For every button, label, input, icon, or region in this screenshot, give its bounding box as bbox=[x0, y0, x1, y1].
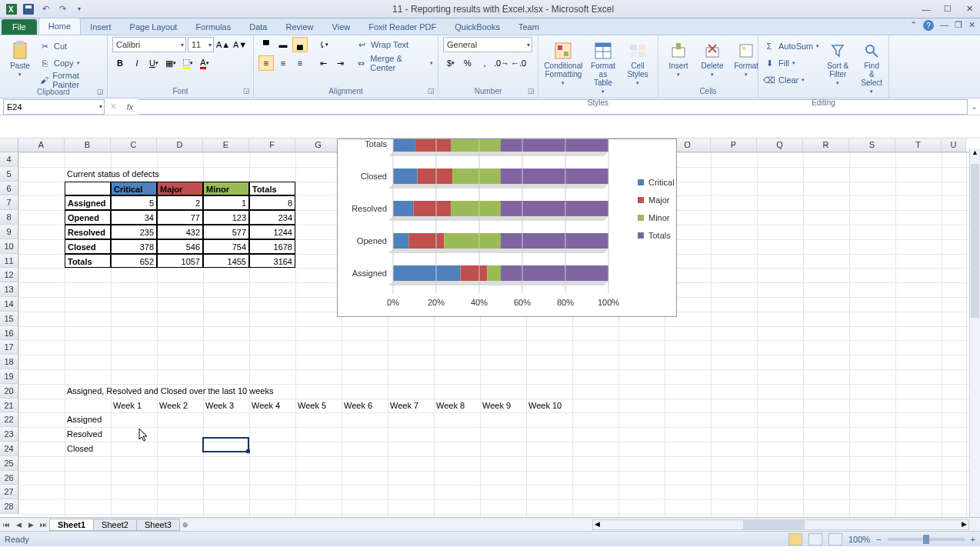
redo-icon[interactable]: ↷ bbox=[55, 2, 69, 16]
row-header-10[interactable]: 10 bbox=[0, 239, 18, 254]
align-left-icon[interactable]: ≡ bbox=[258, 55, 274, 71]
col-header-Q[interactable]: Q bbox=[757, 138, 803, 152]
cell-D10[interactable]: 546 bbox=[157, 239, 203, 254]
row-header-14[interactable]: 14 bbox=[0, 297, 18, 312]
row-header-28[interactable]: 28 bbox=[0, 499, 18, 514]
number-dialog-launcher[interactable]: ◲ bbox=[528, 87, 535, 95]
defect-chart[interactable]: TotalsClosedResolvedOpenedAssigned0%20%4… bbox=[337, 138, 677, 317]
percent-format-icon[interactable]: % bbox=[460, 55, 475, 71]
merge-center-button[interactable]: ⇔Merge & Center▾ bbox=[355, 55, 433, 71]
cell-B24[interactable]: Closed bbox=[65, 442, 111, 456]
cell-D11[interactable]: 1057 bbox=[157, 254, 203, 269]
col-header-T[interactable]: T bbox=[895, 138, 942, 152]
paste-button[interactable]: Paste▾ bbox=[5, 37, 35, 82]
zoom-in-button[interactable]: + bbox=[971, 535, 975, 544]
zoom-out-button[interactable]: − bbox=[876, 535, 881, 544]
cell-C21[interactable]: Week 1 bbox=[111, 399, 157, 413]
cell-B20[interactable]: Assigned, Resolved and Closed over the l… bbox=[65, 384, 388, 399]
bold-button[interactable]: B bbox=[112, 55, 128, 71]
cell-D9[interactable]: 432 bbox=[157, 225, 203, 239]
clipboard-dialog-launcher[interactable]: ◲ bbox=[97, 88, 104, 95]
clear-button[interactable]: ⌫Clear▾ bbox=[763, 72, 819, 88]
home-tab[interactable]: Home bbox=[38, 18, 81, 35]
decrease-decimal-icon[interactable]: ←.0 bbox=[511, 55, 526, 71]
normal-view-button[interactable] bbox=[788, 533, 802, 546]
cell-B8[interactable]: Opened bbox=[65, 210, 111, 225]
help-icon[interactable]: ? bbox=[923, 20, 934, 31]
foxit-tab[interactable]: Foxit Reader PDF bbox=[359, 19, 445, 35]
team-tab[interactable]: Team bbox=[509, 19, 548, 35]
row-header-7[interactable]: 7 bbox=[0, 195, 18, 210]
workbook-minimize-icon[interactable]: — bbox=[940, 20, 948, 31]
row-header-9[interactable]: 9 bbox=[0, 225, 18, 239]
row-header-12[interactable]: 12 bbox=[0, 268, 18, 282]
workbook-restore-icon[interactable]: ❐ bbox=[955, 20, 962, 31]
expand-formula-bar-icon[interactable]: ⌄ bbox=[968, 102, 980, 112]
underline-button[interactable]: U▾ bbox=[146, 55, 162, 71]
view-tab[interactable]: View bbox=[323, 19, 360, 35]
cell-E8[interactable]: 123 bbox=[203, 210, 249, 225]
row-header-25[interactable]: 25 bbox=[0, 456, 18, 471]
col-header-C[interactable]: C bbox=[111, 138, 157, 152]
row-header-4[interactable]: 4 bbox=[0, 152, 18, 167]
new-sheet-button[interactable]: ⊕ bbox=[179, 521, 192, 529]
qat-dropdown-icon[interactable]: ▾ bbox=[72, 2, 86, 16]
name-box[interactable]: E24 bbox=[3, 99, 105, 115]
font-name-combo[interactable]: Calibri bbox=[112, 37, 186, 52]
review-tab[interactable]: Review bbox=[276, 19, 322, 35]
font-size-combo[interactable]: 11 bbox=[188, 37, 214, 52]
data-tab[interactable]: Data bbox=[240, 19, 276, 35]
cell-I21[interactable]: Week 7 bbox=[388, 399, 434, 413]
align-bottom-icon[interactable]: ▄ bbox=[292, 37, 308, 52]
cell-C10[interactable]: 378 bbox=[111, 239, 157, 254]
align-right-icon[interactable]: ≡ bbox=[292, 55, 308, 71]
row-header-21[interactable]: 21 bbox=[0, 399, 18, 413]
row-header-5[interactable]: 5 bbox=[0, 167, 18, 182]
row-header-22[interactable]: 22 bbox=[0, 412, 18, 427]
zoom-slider[interactable] bbox=[888, 538, 965, 541]
cell-L21[interactable]: Week 10 bbox=[526, 399, 572, 413]
number-format-combo[interactable]: General bbox=[443, 37, 532, 52]
horizontal-scrollbar[interactable]: ◀▶ bbox=[592, 519, 969, 530]
row-header-11[interactable]: 11 bbox=[0, 254, 18, 269]
cell-F6[interactable]: Totals bbox=[249, 182, 295, 196]
sheet-tab-3[interactable]: Sheet3 bbox=[136, 519, 180, 531]
row-header-24[interactable]: 24 bbox=[0, 442, 18, 456]
cell-B23[interactable]: Resolved bbox=[65, 427, 111, 442]
cell-D6[interactable]: Major bbox=[157, 182, 203, 196]
col-header-F[interactable]: F bbox=[249, 138, 295, 152]
cell-D8[interactable]: 77 bbox=[157, 210, 203, 225]
col-header-A[interactable]: A bbox=[18, 138, 65, 152]
decrease-indent-icon[interactable]: ⇤ bbox=[315, 55, 331, 71]
increase-indent-icon[interactable]: ⇥ bbox=[332, 55, 348, 71]
minimize-button[interactable]: — bbox=[915, 2, 937, 17]
increase-decimal-icon[interactable]: .0→ bbox=[494, 55, 509, 71]
autosum-button[interactable]: ΣAutoSum▾ bbox=[763, 38, 819, 54]
cell-F7[interactable]: 8 bbox=[249, 195, 295, 210]
sheet-nav-prev[interactable]: ◀ bbox=[12, 521, 25, 529]
cell-F10[interactable]: 1678 bbox=[249, 239, 295, 254]
cell-F9[interactable]: 1244 bbox=[249, 225, 295, 239]
cell-E7[interactable]: 1 bbox=[203, 195, 249, 210]
cell-F11[interactable]: 3164 bbox=[249, 254, 295, 269]
cell-C9[interactable]: 235 bbox=[111, 225, 157, 239]
col-header-P[interactable]: P bbox=[711, 138, 757, 152]
cell-B11[interactable]: Totals bbox=[65, 254, 111, 269]
cell-B22[interactable]: Assigned bbox=[65, 412, 111, 427]
col-header-S[interactable]: S bbox=[849, 138, 895, 152]
cell-F21[interactable]: Week 4 bbox=[249, 399, 295, 413]
comma-format-icon[interactable]: , bbox=[477, 55, 492, 71]
cell-H21[interactable]: Week 6 bbox=[342, 399, 388, 413]
vertical-scrollbar[interactable]: ▲▼ bbox=[969, 149, 980, 527]
file-tab[interactable]: File bbox=[2, 19, 37, 35]
accounting-format-icon[interactable]: $▾ bbox=[443, 55, 458, 71]
cell-D21[interactable]: Week 2 bbox=[157, 399, 203, 413]
cell-E9[interactable]: 577 bbox=[203, 225, 249, 239]
shrink-font-icon[interactable]: A▼ bbox=[232, 37, 248, 52]
row-header-6[interactable]: 6 bbox=[0, 182, 18, 196]
align-middle-icon[interactable]: ▬ bbox=[275, 37, 291, 52]
row-header-16[interactable]: 16 bbox=[0, 326, 18, 341]
row-header-27[interactable]: 27 bbox=[0, 485, 18, 499]
row-header-8[interactable]: 8 bbox=[0, 210, 18, 225]
align-top-icon[interactable]: ▀ bbox=[258, 37, 274, 52]
